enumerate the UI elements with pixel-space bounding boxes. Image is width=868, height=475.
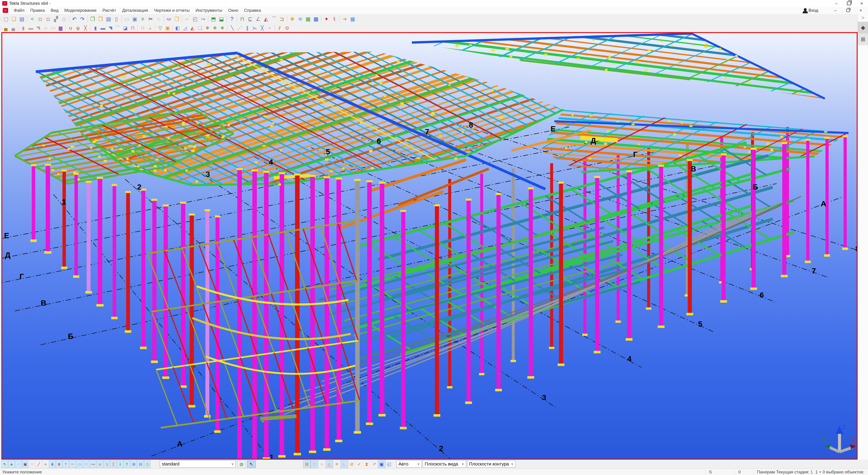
pad-footing-icon[interactable]: ▄ xyxy=(2,25,9,31)
selection-filter-button[interactable]: ◍ xyxy=(237,460,246,468)
minimize-button[interactable]: – xyxy=(830,0,843,7)
inquire-icon[interactable]: ? xyxy=(228,15,236,23)
rebar-mesh-icon[interactable]: ╳ xyxy=(82,25,89,31)
protect-icon[interactable]: ◘ xyxy=(44,15,52,23)
publish-icon[interactable]: ◘ xyxy=(36,15,44,23)
reference-cube-icon[interactable]: ◇ xyxy=(60,15,68,23)
select-assembly-up-toggle[interactable]: ⇑ xyxy=(124,460,130,468)
polygon-cut-icon[interactable]: ◭ xyxy=(189,25,196,31)
tekla-campus-icon[interactable]: ✦ xyxy=(322,15,330,23)
box-view-icon[interactable]: ◰ xyxy=(191,15,199,23)
snap-extension-toggle[interactable]: ⊘ xyxy=(348,460,355,468)
xyz-icon[interactable]: xyz xyxy=(165,15,173,23)
divide-line-icon[interactable]: ⋰ xyxy=(236,25,244,31)
select-aux-toggle[interactable]: ╳ xyxy=(110,460,117,468)
import-icon[interactable]: ➜ xyxy=(341,15,349,23)
rebar-u-icon[interactable]: ∪ xyxy=(67,25,74,31)
select-points-toggle[interactable]: ∷ xyxy=(29,460,35,468)
task-manager-icon[interactable]: ▦ xyxy=(349,15,356,23)
select-cuts-toggle[interactable]: ✂ xyxy=(69,460,76,468)
properties-pane-icon[interactable]: ▣ xyxy=(131,15,139,23)
rotate-view-icon[interactable]: ⬓ xyxy=(217,15,225,23)
list-icon[interactable]: ≡ xyxy=(139,15,147,23)
select-rebar-toggle[interactable]: ∪ xyxy=(97,460,103,468)
copy-icon[interactable]: ❐ xyxy=(89,15,97,23)
crane-icon[interactable]: ⌐ xyxy=(183,15,191,23)
part-cut-icon[interactable]: ❏ xyxy=(196,25,204,31)
work-plane-combo[interactable]: Плоскость вида ∨ xyxy=(423,460,466,468)
open-model-icon[interactable]: ❏ xyxy=(10,15,18,23)
component-b-icon[interactable]: ❖ xyxy=(211,25,219,31)
cone-measure-icon[interactable]: ◭ xyxy=(262,15,270,23)
menu-item-правка[interactable]: Правка xyxy=(27,8,48,13)
select-all-toggle[interactable]: ↖ xyxy=(2,460,8,468)
select-parts-toggle[interactable]: ▲ xyxy=(8,460,15,468)
bolt-measure-icon[interactable]: ⊐ xyxy=(278,15,286,23)
toolbar-grip[interactable]: ⁞ xyxy=(1,26,1,30)
menu-item-вид[interactable]: Вид xyxy=(48,8,61,13)
menu-item-детализация[interactable]: Детализация xyxy=(119,8,151,13)
menu-item-файл[interactable]: Файл xyxy=(11,8,27,13)
steel-item-icon[interactable]: ⊓ xyxy=(129,25,136,31)
select-component-down-toggle[interactable]: ⊞ xyxy=(130,460,137,468)
select-planes-toggle[interactable]: ◆ xyxy=(42,460,49,468)
contour-plate-icon[interactable]: ◪ xyxy=(122,25,129,31)
select-welds-toggle[interactable]: ▼ xyxy=(63,460,69,468)
select-view-border-toggle[interactable]: ▭ xyxy=(76,460,83,468)
angle-icon[interactable]: ∠ xyxy=(254,15,262,23)
flow-arrow-icon[interactable]: ↪ xyxy=(199,15,207,23)
child-close-button[interactable]: × xyxy=(855,7,866,14)
steel-beam-icon[interactable]: ▬ xyxy=(99,25,106,31)
snap-free-toggle[interactable]: ✓ xyxy=(355,460,363,468)
snap-direction-toggle[interactable]: ↗ xyxy=(370,460,378,468)
clash-check-icon[interactable]: ❖ xyxy=(288,15,296,23)
select-single-bolts-toggle[interactable]: ⊶ xyxy=(90,460,96,468)
select-component-up-toggle[interactable]: ⊟ xyxy=(137,460,144,468)
select-phases-toggle[interactable]: ◷ xyxy=(144,460,151,468)
snap-depth-toggle[interactable]: ▣ xyxy=(378,460,385,468)
rebar-group-icon[interactable]: ψ xyxy=(74,25,82,31)
item-box-icon[interactable]: ▣ xyxy=(164,25,171,31)
menu-item-моделирование[interactable]: Моделирование xyxy=(61,8,99,13)
select-bolt-groups-toggle[interactable]: ∷ xyxy=(83,460,89,468)
snap-circle-toggle[interactable]: ○ xyxy=(318,460,326,468)
menu-item-окно[interactable]: Окно xyxy=(225,8,241,13)
fitting-icon[interactable]: ◧ xyxy=(174,25,181,31)
login-button[interactable]: Вход xyxy=(804,7,818,14)
hatch-line-icon[interactable]: ⫽ xyxy=(276,25,283,31)
concrete-polybeam-icon[interactable]: ◥ xyxy=(34,25,42,31)
schedule-icon[interactable]: ▩ xyxy=(312,15,320,23)
snap-mode-combo[interactable]: Авто ∨ xyxy=(397,460,422,468)
steel-polybeam-icon[interactable]: ◥ xyxy=(106,25,114,31)
curved-beam-icon[interactable]: ⌒ xyxy=(114,25,122,31)
menu-item-расчёт[interactable]: Расчёт xyxy=(99,8,119,13)
bisector-icon[interactable]: ⋋ xyxy=(251,25,258,31)
snap-reference-toggle[interactable]: ⊠ xyxy=(303,460,311,468)
select-plates-toggle[interactable]: ◨ xyxy=(103,460,110,468)
model-viewport[interactable]: ЕЕДДГГВВББАА1122334455667788ZXY xyxy=(1,32,858,460)
redo-icon[interactable]: ↷ xyxy=(78,15,86,23)
select-grids-toggle[interactable]: ⋕ xyxy=(49,460,56,468)
component-c-icon[interactable]: ❖ xyxy=(219,25,226,31)
model-tree-button[interactable]: ◆ xyxy=(858,22,868,33)
select-assembly-down-toggle[interactable]: ⇓ xyxy=(117,460,123,468)
contour-plane-combo[interactable]: Плоскости контура ∨ xyxy=(467,460,516,468)
concrete-panel-icon[interactable]: ▭ xyxy=(49,25,57,31)
cut-icon[interactable]: ✂ xyxy=(147,15,155,23)
select-grid-lines-toggle[interactable]: ⋕ xyxy=(56,460,62,468)
select-views-toggle[interactable]: ▣ xyxy=(22,460,28,468)
concrete-beam-icon[interactable]: ▬ xyxy=(27,25,34,31)
select-surfaces-toggle[interactable]: ◗ xyxy=(15,460,22,468)
rotate-object-icon[interactable]: ⬒ xyxy=(210,15,217,23)
diagnose-icon[interactable]: ≋ xyxy=(296,15,304,23)
pour-icon[interactable]: ▽ xyxy=(156,25,164,31)
select-lines-toggle[interactable]: ╱ xyxy=(35,460,42,468)
concrete-item-icon[interactable]: ▆ xyxy=(57,25,64,31)
steel-column-icon[interactable]: ▮ xyxy=(92,25,99,31)
snap-intersection-toggle[interactable]: ✕ xyxy=(333,460,341,468)
user-lock-icon[interactable]: ▞ xyxy=(52,15,60,23)
restore-button[interactable] xyxy=(843,0,855,7)
child-restore-button[interactable] xyxy=(843,7,854,14)
line-icon[interactable]: ╲ xyxy=(228,25,236,31)
arc-measure-icon[interactable]: ⌒ xyxy=(270,15,278,23)
